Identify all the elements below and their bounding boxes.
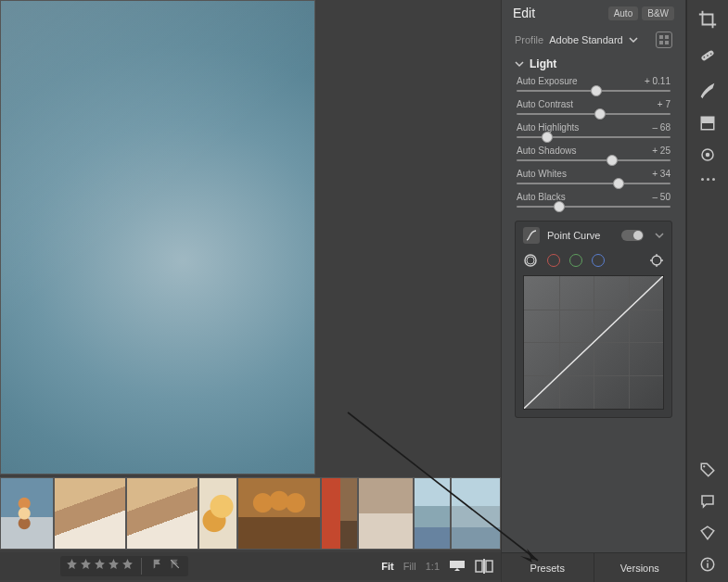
panel-title: Edit	[513, 6, 605, 20]
svg-rect-11	[701, 117, 714, 123]
slider-track[interactable]	[517, 206, 671, 208]
thumb[interactable]	[237, 477, 321, 550]
tone-curve[interactable]	[523, 275, 664, 410]
slider-value: – 50	[653, 192, 671, 202]
profile-browser-button[interactable]	[656, 32, 672, 48]
zoom-1to1[interactable]: 1:1	[426, 561, 440, 572]
slider-auto-whites: Auto Whites+ 34	[507, 167, 680, 190]
slider-auto-contrast: Auto Contrast+ 7	[507, 97, 680, 120]
profile-label: Profile	[515, 34, 543, 45]
slider-value: + 7	[658, 99, 671, 109]
slider-auto-shadows: Auto Shadows+ 25	[507, 144, 680, 167]
svg-point-8	[707, 55, 709, 57]
slider-value: + 0.11	[645, 76, 671, 86]
slider-thumb[interactable]	[554, 201, 565, 212]
svg-point-14	[703, 465, 705, 467]
svg-rect-16	[707, 563, 709, 568]
slider-value: + 25	[652, 146, 671, 156]
slider-thumb[interactable]	[613, 178, 624, 189]
slider-thumb[interactable]	[591, 85, 602, 96]
thumb[interactable]	[0, 477, 54, 550]
profile-value[interactable]: Adobe Standard	[549, 34, 623, 45]
slider-thumb[interactable]	[542, 132, 553, 143]
flag-pick-icon[interactable]	[151, 558, 163, 570]
more-tools-icon[interactable]	[701, 178, 715, 181]
slider-value: – 68	[653, 122, 671, 133]
channel-red[interactable]	[547, 254, 560, 267]
comment-icon[interactable]	[699, 493, 716, 510]
thumb[interactable]	[54, 477, 126, 550]
point-curve-title: Point Curve	[547, 230, 614, 241]
svg-point-9	[710, 53, 712, 55]
thumb[interactable]	[414, 477, 451, 550]
keyword-tag-icon[interactable]	[699, 462, 716, 478]
slider-value: + 34	[652, 169, 671, 179]
thumb[interactable]	[321, 477, 358, 550]
point-curve-icon	[523, 227, 540, 244]
info-icon[interactable]	[699, 556, 716, 573]
slider-auto-blacks: Auto Blacks– 50	[507, 190, 680, 213]
crop-tool-icon[interactable]	[697, 9, 718, 30]
light-section-title: Light	[530, 57, 556, 70]
bw-button[interactable]: B&W	[642, 6, 674, 20]
zoom-fit[interactable]: Fit	[381, 561, 393, 572]
slider-track[interactable]	[517, 159, 671, 161]
chevron-down-icon[interactable]	[655, 231, 664, 240]
slider-auto-highlights: Auto Highlights– 68	[507, 120, 680, 144]
channel-all-icon[interactable]	[523, 253, 538, 268]
versions-tab[interactable]: Versions	[594, 553, 686, 582]
svg-point-13	[706, 153, 710, 158]
thumb[interactable]	[126, 477, 198, 550]
slider-label: Auto Exposure	[517, 76, 578, 86]
svg-rect-2	[483, 559, 485, 574]
presets-tab[interactable]: Presets	[502, 553, 594, 582]
channel-green[interactable]	[569, 254, 582, 267]
flag-reject-icon[interactable]	[169, 558, 181, 570]
slider-track[interactable]	[517, 183, 671, 184]
edit-panel: Edit Auto B&W Profile Adobe Standard Lig…	[501, 0, 686, 582]
bottom-bar: Fit Fill 1:1	[0, 552, 501, 580]
slider-auto-exposure: Auto Exposure+ 0.11	[507, 74, 680, 97]
slider-label: Auto Contrast	[517, 99, 573, 109]
filmstrip[interactable]	[0, 477, 501, 550]
linear-gradient-tool-icon[interactable]	[699, 115, 716, 132]
slider-track[interactable]	[517, 136, 671, 138]
slider-thumb[interactable]	[594, 108, 606, 120]
point-curve-box: Point Curve	[515, 221, 672, 418]
slider-track[interactable]	[517, 113, 671, 115]
svg-rect-1	[476, 561, 482, 572]
compare-icon[interactable]	[475, 559, 493, 574]
svg-rect-17	[707, 561, 709, 563]
main-image-canvas[interactable]	[0, 0, 315, 474]
slider-thumb[interactable]	[607, 155, 618, 166]
brush-tool-icon[interactable]	[697, 80, 718, 100]
heal-tool-icon[interactable]	[697, 44, 718, 65]
chevron-down-icon[interactable]	[629, 35, 638, 44]
auto-button[interactable]: Auto	[608, 6, 639, 20]
radial-gradient-tool-icon[interactable]	[699, 146, 716, 163]
point-curve-toggle[interactable]	[621, 230, 644, 241]
zoom-fill[interactable]: Fill	[403, 561, 416, 572]
slider-label: Auto Whites	[517, 169, 567, 179]
right-toolbar	[686, 0, 728, 582]
thumb[interactable]	[358, 477, 414, 550]
zoom-menu-icon[interactable]	[449, 560, 466, 573]
label-icon[interactable]	[699, 525, 716, 541]
thumb[interactable]	[198, 477, 237, 550]
rating-stars[interactable]	[60, 556, 188, 576]
thumb[interactable]	[451, 477, 501, 550]
svg-rect-3	[486, 561, 492, 572]
light-section-header[interactable]: Light	[507, 54, 680, 74]
svg-point-7	[703, 57, 705, 58]
channel-blue[interactable]	[592, 254, 605, 267]
slider-track[interactable]	[517, 90, 671, 92]
slider-label: Auto Shadows	[517, 146, 577, 156]
svg-rect-0	[450, 561, 465, 568]
svg-point-5	[652, 256, 661, 265]
target-icon[interactable]	[649, 253, 664, 268]
